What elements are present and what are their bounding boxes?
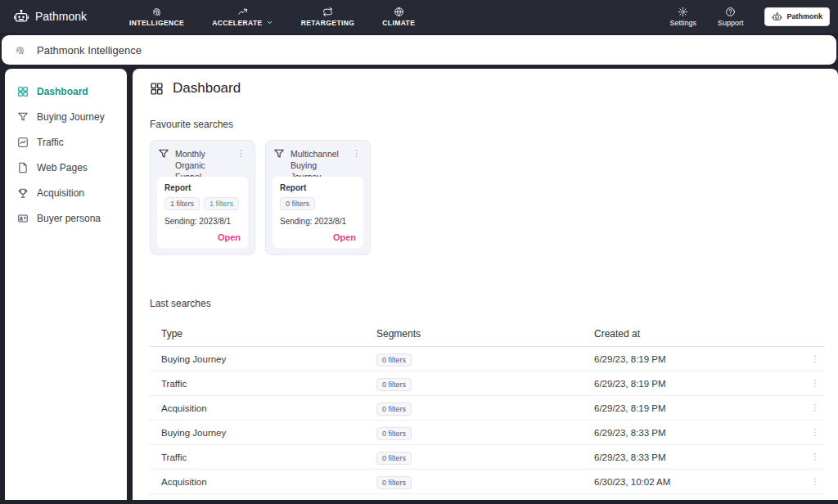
card-report-label: Report <box>280 183 356 192</box>
product-bar[interactable]: Pathmonk Intelligence <box>2 35 836 65</box>
row-segments-badge: 0 filters <box>376 476 412 489</box>
row-type: Acquisition <box>150 403 376 413</box>
row-segments-badge: 0 filters <box>376 403 412 416</box>
column-header-segments: Segments <box>376 328 594 340</box>
globe-icon <box>394 7 404 17</box>
sidebar-item-label: Dashboard <box>37 86 88 97</box>
brand-logo[interactable]: Pathmonk <box>13 8 87 25</box>
sidebar-item-buyer-persona[interactable]: Buyer persona <box>5 205 127 231</box>
settings-label: Settings <box>669 19 696 27</box>
row-segments-badge: 0 filters <box>376 378 412 391</box>
card-open-link[interactable]: Open <box>333 232 356 242</box>
sidebar-item-buying-journey[interactable]: Buying Journey <box>5 104 127 129</box>
trophy-icon <box>17 187 29 199</box>
top-navbar: Pathmonk INTELLIGENCE ACCELERATE RETARGE… <box>0 0 838 33</box>
nav-item-climate[interactable]: CLIMATE <box>382 7 415 27</box>
sidebar-item-traffic[interactable]: Traffic <box>5 129 127 155</box>
table-row[interactable]: Buying Journey 0 filters 6/30/23, 10:02 … <box>150 494 825 500</box>
nav-item-label: INTELLIGENCE <box>129 19 184 27</box>
card-body: Report 0 filters Sending: 2023/8/1 Open <box>273 177 363 248</box>
sidebar-item-label: Web Pages <box>37 162 88 173</box>
row-created-at: 6/29/23, 8:19 PM <box>594 403 805 413</box>
row-segments-badge: 0 filters <box>376 353 412 367</box>
table-row[interactable]: Acquisition 0 filters 6/29/23, 8:19 PM ⋮ <box>150 396 825 421</box>
row-type: Acquisition <box>150 477 376 487</box>
card-badges: 0 filters <box>280 197 356 210</box>
row-created-at: 6/29/23, 8:19 PM <box>594 379 805 389</box>
primary-nav: INTELLIGENCE ACCELERATE RETARGETING CLIM… <box>129 7 415 27</box>
card-sending-date: Sending: 2023/8/1 <box>164 217 241 226</box>
sidebar-item-label: Buying Journey <box>37 111 105 123</box>
table-row[interactable]: Acquisition 0 filters 6/30/23, 10:02 AM … <box>150 470 825 494</box>
account-button-label: Pathmonk <box>786 12 822 20</box>
filter-badge: 1 filters <box>164 197 200 210</box>
fingerprint-icon <box>15 45 25 56</box>
nav-item-retargeting[interactable]: RETARGETING <box>301 7 355 27</box>
sidebar-item-web-pages[interactable]: Web Pages <box>5 155 127 180</box>
brand-name: Pathmonk <box>35 10 87 23</box>
column-header-created-at: Created at <box>594 328 805 340</box>
favourite-search-card[interactable]: Monthly Organic Funnel ⋮ Report 1 filter… <box>150 140 255 255</box>
row-type: Traffic <box>150 379 376 389</box>
sidebar-item-label: Buyer persona <box>37 213 101 224</box>
last-searches-heading: Last searches <box>150 298 825 309</box>
settings-button[interactable]: Settings <box>669 7 696 27</box>
card-report-label: Report <box>164 183 241 192</box>
id-card-icon <box>17 213 29 224</box>
favourite-search-card[interactable]: Multichannel Buying Journey Report ⋮ Rep… <box>265 140 371 255</box>
table-row[interactable]: Buying Journey 0 filters 6/29/23, 8:19 P… <box>150 347 825 371</box>
product-bar-title: Pathmonk Intelligence <box>37 44 142 56</box>
gear-icon <box>678 7 688 17</box>
question-icon <box>725 7 736 17</box>
account-button[interactable]: Pathmonk <box>764 7 830 26</box>
grid-icon <box>150 82 164 96</box>
funnel-icon <box>17 111 29 123</box>
funnel-icon <box>158 148 169 160</box>
table-row[interactable]: Traffic 0 filters 6/29/23, 8:19 PM ⋮ <box>150 371 825 396</box>
page-icon <box>17 162 29 173</box>
row-menu-kebab-icon[interactable]: ⋮ <box>811 403 820 412</box>
main-panel: Dashboard Favourite searches Monthly Org… <box>133 69 838 500</box>
robot-icon <box>772 11 782 22</box>
row-menu-kebab-icon[interactable]: ⋮ <box>811 452 820 461</box>
page-header: Dashboard <box>150 80 825 97</box>
card-open-link[interactable]: Open <box>218 232 241 242</box>
favourite-cards: Monthly Organic Funnel ⋮ Report 1 filter… <box>150 140 825 255</box>
navbar-right: Settings Support Pathmonk <box>669 7 830 27</box>
grid-icon <box>17 86 29 97</box>
support-label: Support <box>718 19 744 27</box>
table-header-row: Type Segments Created at <box>150 321 825 347</box>
row-menu-kebab-icon[interactable]: ⋮ <box>811 378 820 388</box>
table-row[interactable]: Buying Journey 0 filters 6/29/23, 8:33 P… <box>150 421 825 445</box>
row-created-at: 6/29/23, 8:19 PM <box>594 354 805 364</box>
sidebar-item-dashboard[interactable]: Dashboard <box>5 79 127 104</box>
row-type: Buying Journey <box>150 354 376 364</box>
filter-badge: 1 filters <box>204 197 239 210</box>
row-menu-kebab-icon[interactable]: ⋮ <box>811 353 820 363</box>
row-menu-kebab-icon[interactable]: ⋮ <box>811 427 820 437</box>
card-badges: 1 filters1 filters <box>164 197 241 210</box>
favourite-searches-heading: Favourite searches <box>150 119 825 130</box>
filter-badge: 0 filters <box>280 197 315 210</box>
fingerprint-icon <box>151 7 162 17</box>
chart-icon <box>17 137 29 148</box>
row-menu-kebab-icon[interactable]: ⋮ <box>811 476 820 486</box>
table-row[interactable]: Traffic 0 filters 6/29/23, 8:33 PM ⋮ <box>150 445 825 470</box>
row-created-at: 6/29/23, 8:33 PM <box>594 428 805 438</box>
row-created-at: 6/30/23, 10:02 AM <box>594 477 805 487</box>
sidebar: Dashboard Buying Journey Traffic Web Pag… <box>5 69 127 500</box>
card-body: Report 1 filters1 filters Sending: 2023/… <box>157 177 248 248</box>
row-segments-badge: 0 filters <box>376 452 412 465</box>
sidebar-item-acquisition[interactable]: Acquisition <box>5 180 127 205</box>
nav-item-intelligence[interactable]: INTELLIGENCE <box>129 7 184 27</box>
nav-item-label: CLIMATE <box>382 19 415 27</box>
support-button[interactable]: Support <box>718 7 744 27</box>
content-area: Dashboard Buying Journey Traffic Web Pag… <box>0 65 838 500</box>
repeat-icon <box>322 7 333 17</box>
sidebar-item-label: Acquisition <box>37 187 84 199</box>
page-title: Dashboard <box>173 80 241 97</box>
row-type: Traffic <box>150 452 376 462</box>
row-created-at: 6/29/23, 8:33 PM <box>594 452 805 462</box>
nav-item-accelerate[interactable]: ACCELERATE <box>212 7 273 27</box>
nav-item-label: ACCELERATE <box>212 19 262 27</box>
